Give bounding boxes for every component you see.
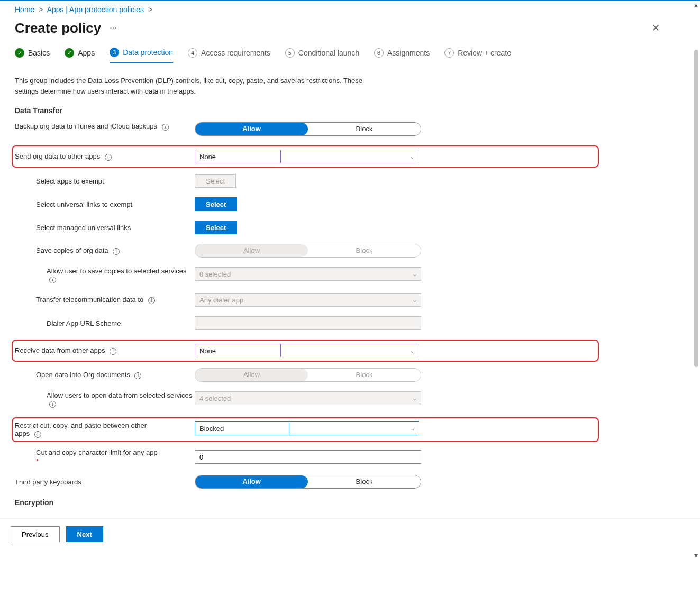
toggle-backup[interactable]: Allow Block xyxy=(195,122,421,136)
toggle-allow[interactable]: Allow xyxy=(195,123,308,135)
info-icon[interactable]: i xyxy=(162,124,169,131)
label-dialer-url: Dialer App URL Scheme xyxy=(15,319,195,327)
toggle-open-org: Allow Block xyxy=(195,368,421,382)
step-number-icon: 5 xyxy=(285,48,295,58)
label-third-kb: Third party keyboards xyxy=(15,478,195,486)
info-icon[interactable]: i xyxy=(105,154,112,161)
label-allow-open-services: Allow users to open data from selected s… xyxy=(15,391,195,408)
wizard-label: Basics xyxy=(28,49,50,57)
breadcrumb-home[interactable]: Home xyxy=(15,5,34,14)
previous-button[interactable]: Previous xyxy=(11,526,60,542)
highlight-restrict-cut: Restrict cut, copy, and paste between ot… xyxy=(12,417,599,442)
toggle-allow: Allow xyxy=(195,244,308,257)
chevron-down-icon: ⌵ xyxy=(411,348,414,354)
toggle-allow: Allow xyxy=(195,369,308,381)
wizard-label: Access requirements xyxy=(201,49,270,57)
chevron-down-icon: ⌵ xyxy=(413,271,416,277)
chevron-down-icon: ⌵ xyxy=(413,297,416,303)
check-icon: ✓ xyxy=(65,48,74,58)
more-actions-button[interactable]: ··· xyxy=(107,21,119,35)
wizard-step-conditional-launch[interactable]: 5 Conditional launch xyxy=(285,48,359,63)
label-cut-limit: Cut and copy character limit for any app… xyxy=(15,448,195,465)
input-cut-limit[interactable] xyxy=(195,450,421,464)
dropdown-open-services: 4 selected⌵ xyxy=(195,391,421,405)
section-heading-encryption: Encryption xyxy=(15,498,599,507)
wizard-step-access-requirements[interactable]: 4 Access requirements xyxy=(188,48,270,63)
toggle-third-kb[interactable]: Allow Block xyxy=(195,475,421,489)
scrollbar-thumb[interactable] xyxy=(694,50,698,367)
info-icon[interactable]: i xyxy=(148,297,155,304)
label-open-org: Open data into Org documents i xyxy=(15,371,195,379)
wizard-steps: ✓ Basics ✓ Apps 3 Data protection 4 Acce… xyxy=(0,42,700,64)
step-number-icon: 4 xyxy=(188,48,197,58)
label-save-copies: Save copies of org data i xyxy=(15,246,195,255)
toggle-block[interactable]: Block xyxy=(308,475,421,488)
chevron-down-icon: ⌵ xyxy=(413,396,416,401)
page-title: Create policy xyxy=(15,20,101,36)
label-apps-exempt: Select apps to exempt xyxy=(15,177,195,185)
dropdown-receive-right[interactable]: ⌵ xyxy=(280,344,419,357)
footer-bar: Previous Next xyxy=(0,518,700,549)
wizard-step-data-protection[interactable]: 3 Data protection xyxy=(110,48,173,63)
input-dialer-url xyxy=(195,316,421,330)
step-number-icon: 6 xyxy=(374,48,384,58)
dropdown-receive-left[interactable]: None xyxy=(195,344,280,357)
button-managed-ulinks[interactable]: Select xyxy=(195,221,237,234)
wizard-label: Review + create xyxy=(458,49,511,57)
breadcrumb: Home > Apps | App protection policies > xyxy=(0,1,700,16)
dropdown-transfer-tele: Any dialer app⌵ xyxy=(195,293,421,307)
step-number-icon: 7 xyxy=(444,48,454,58)
button-apps-exempt: Select xyxy=(195,174,236,188)
info-icon[interactable]: i xyxy=(134,372,141,379)
label-transfer-tele: Transfer telecommunication data to i xyxy=(15,296,195,304)
chevron-right-icon: > xyxy=(37,5,45,14)
info-icon[interactable]: i xyxy=(110,348,116,355)
label-managed-ulinks: Select managed universal links xyxy=(15,224,195,232)
check-icon: ✓ xyxy=(15,48,24,58)
step-number-icon: 3 xyxy=(110,48,119,57)
section-heading-data-transfer: Data Transfer xyxy=(15,106,599,115)
label-allow-save-services: Allow user to save copies to selected se… xyxy=(15,267,195,283)
wizard-step-assignments[interactable]: 6 Assignments xyxy=(374,48,430,63)
toggle-allow[interactable]: Allow xyxy=(195,475,308,488)
info-icon[interactable]: i xyxy=(49,277,56,283)
close-button[interactable]: ✕ xyxy=(648,18,664,38)
wizard-step-basics[interactable]: ✓ Basics xyxy=(15,48,50,63)
highlight-send-org-data: Send org data to other apps i None ⌵ xyxy=(12,145,599,168)
info-icon[interactable]: i xyxy=(113,248,120,255)
toggle-save-copies: Allow Block xyxy=(195,244,421,258)
wizard-label: Conditional launch xyxy=(298,49,359,57)
dropdown-save-services: 0 selected⌵ xyxy=(195,267,421,281)
toggle-block: Block xyxy=(308,369,421,381)
next-button[interactable]: Next xyxy=(66,526,103,542)
chevron-down-icon: ⌵ xyxy=(411,426,414,432)
label-ulinks-exempt: Select universal links to exempt xyxy=(15,200,195,208)
highlight-receive-data: Receive data from other apps i None ⌵ xyxy=(12,340,599,362)
wizard-step-apps[interactable]: ✓ Apps xyxy=(65,48,95,63)
info-icon[interactable]: i xyxy=(49,401,56,408)
wizard-label: Apps xyxy=(78,49,95,57)
description-text: This group includes the Data Loss Preven… xyxy=(15,76,385,97)
info-icon[interactable]: i xyxy=(34,431,41,438)
label-send-org-data: Send org data to other apps i xyxy=(15,152,195,161)
label-receive-data: Receive data from other apps i xyxy=(15,346,195,355)
wizard-step-review[interactable]: 7 Review + create xyxy=(444,48,511,63)
dropdown-restrict-left[interactable]: Blocked xyxy=(195,421,289,435)
chevron-right-icon: > xyxy=(146,5,154,14)
dropdown-restrict-right[interactable]: ⌵ xyxy=(289,421,419,435)
label-restrict-cut: Restrict cut, copy, and paste between ot… xyxy=(15,421,152,438)
toggle-block: Block xyxy=(308,244,421,257)
toggle-block[interactable]: Block xyxy=(308,123,421,135)
chevron-down-icon: ⌵ xyxy=(411,154,414,160)
breadcrumb-apps[interactable]: Apps | App protection policies xyxy=(47,5,144,14)
wizard-label: Data protection xyxy=(123,48,173,57)
label-backup: Backup org data to iTunes and iCloud bac… xyxy=(15,122,195,131)
dropdown-send-org-right[interactable]: ⌵ xyxy=(280,150,419,163)
wizard-label: Assignments xyxy=(387,49,430,57)
scroll-up-arrow[interactable]: ▴ xyxy=(692,1,700,8)
dropdown-send-org-left[interactable]: None xyxy=(195,150,280,163)
button-ulinks-exempt[interactable]: Select xyxy=(195,197,237,211)
